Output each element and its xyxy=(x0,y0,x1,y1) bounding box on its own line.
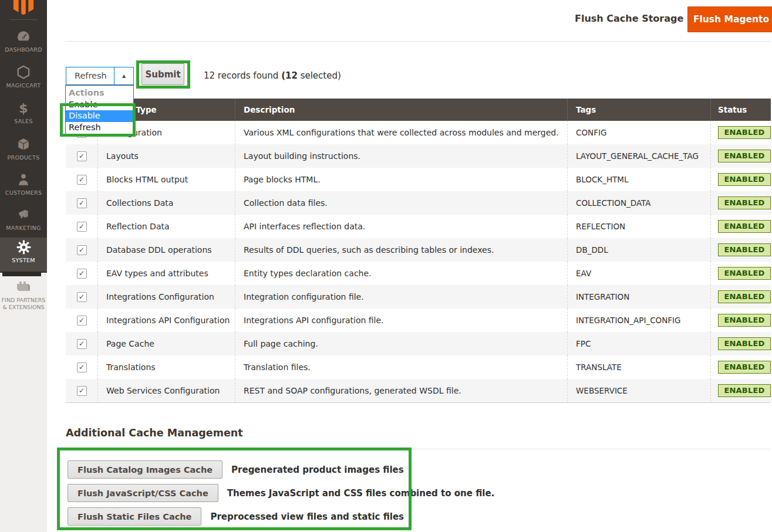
records-count-text: 12 records found (12 selected) xyxy=(204,70,341,81)
row-checkbox[interactable]: ✓ xyxy=(77,386,87,396)
tags-cell: REFLECTION xyxy=(576,222,625,231)
cache-type-cell: Reflection Data xyxy=(106,222,170,231)
additional-cache-title: Additional Cache Management xyxy=(66,427,243,439)
cache-type-cell: EAV types and attributes xyxy=(106,269,208,278)
status-badge: ENABLED xyxy=(718,243,771,256)
description-cell: Page blocks HTML. xyxy=(244,175,321,184)
sidebar-item-find-partners[interactable]: FIND PARTNERS& EXTENSIONS xyxy=(0,276,47,311)
sidebar-item-products[interactable]: PRODUCTS xyxy=(0,135,47,169)
sidebar-lower-area xyxy=(0,273,47,532)
lego-brick-icon xyxy=(0,279,47,294)
sidebar-item-dashboard[interactable]: DASHBOARD xyxy=(0,27,47,61)
description-cell: Collection data files. xyxy=(244,198,328,208)
cache-management-page: DASHBOARD MAGICCART $ SALES PRODUCTS CUS… xyxy=(0,0,772,532)
row-checkbox[interactable]: ✓ xyxy=(77,175,87,185)
row-checkbox[interactable]: ✓ xyxy=(77,245,87,255)
dropdown-group-label: Actions xyxy=(66,87,133,99)
row-checkbox[interactable]: ✓ xyxy=(77,269,87,279)
flush-static-files-button[interactable]: Flush Static Files Cache xyxy=(68,507,201,526)
flush-catalog-images-row: Flush Catalog Images Cache Pregenerated … xyxy=(68,460,404,479)
hexagon-icon xyxy=(0,65,47,81)
dropdown-option-enable[interactable]: Enable xyxy=(66,99,133,111)
status-badge: ENABLED xyxy=(718,314,771,327)
table-row: ✓ Web Services Configuration REST and SO… xyxy=(66,379,771,402)
sidebar-item-sales[interactable]: $ SALES xyxy=(0,99,47,133)
description-cell: Various XML configurations that were col… xyxy=(244,128,559,137)
sidebar-item-label: MARKETING xyxy=(0,225,47,231)
cache-type-cell: Layouts xyxy=(106,151,139,161)
flush-static-files-row: Flush Static Files Cache Preprocessed vi… xyxy=(68,507,404,526)
column-header-status: Status xyxy=(710,99,771,121)
flush-catalog-images-button[interactable]: Flush Catalog Images Cache xyxy=(68,460,223,479)
cache-table-body: ✓ Configuration Various XML configuratio… xyxy=(66,121,771,402)
flush-magento-cache-button[interactable]: Flush Magento Cache xyxy=(687,6,772,32)
tags-cell: EAV xyxy=(576,269,591,278)
row-checkbox[interactable]: ✓ xyxy=(77,362,87,372)
page-header: Flush Cache Storage Flush Magento Cache xyxy=(47,0,772,41)
sidebar-item-magiccart[interactable]: MAGICCART xyxy=(0,63,47,97)
description-cell: Translation files. xyxy=(244,362,311,372)
tags-cell: BLOCK_HTML xyxy=(576,175,629,184)
sidebar-item-label: SYSTEM xyxy=(0,257,47,263)
magento-logo-icon[interactable] xyxy=(12,0,35,15)
cache-type-cell: Integrations API Configuration xyxy=(106,316,230,325)
table-row: ✓ Reflection Data API interfaces reflect… xyxy=(66,215,771,238)
submit-button[interactable]: Submit xyxy=(141,63,184,85)
cache-type-cell: Blocks HTML output xyxy=(106,175,188,184)
selected-count: (12 xyxy=(281,70,298,81)
table-row: ✓ Layouts Layout building instructions. … xyxy=(66,144,771,168)
status-badge: ENABLED xyxy=(718,337,771,350)
status-badge: ENABLED xyxy=(718,126,771,139)
flush-javascript-css-button[interactable]: Flush JavaScript/CSS Cache xyxy=(68,484,218,502)
cache-type-cell: Collections Data xyxy=(106,198,173,208)
cache-type-cell: Page Cache xyxy=(106,339,154,348)
dollar-icon: $ xyxy=(0,100,47,117)
description-cell: Integration configuration file. xyxy=(244,292,364,301)
dropdown-option-disable[interactable]: Disable xyxy=(66,110,133,122)
row-checkbox[interactable]: ✓ xyxy=(77,292,87,302)
tags-cell: WEBSERVICE xyxy=(576,386,628,395)
cache-type-cell: Database DDL operations xyxy=(106,245,212,255)
row-checkbox[interactable]: ✓ xyxy=(77,339,87,349)
table-row: ✓ Collections Data Collection data files… xyxy=(66,191,771,215)
cache-type-cell: Translations xyxy=(106,362,156,372)
sidebar-item-label: DASHBOARD xyxy=(0,46,47,53)
table-row: ✓ Integrations Configuration Integration… xyxy=(66,285,771,309)
cache-grid: Cache Type Description Tags Status ✓ Con… xyxy=(66,99,771,403)
description-cell: API interfaces reflection data. xyxy=(244,222,365,231)
sidebar-divider xyxy=(10,19,37,20)
table-row: ✓ Database DDL operations Results of DDL… xyxy=(66,238,771,262)
description-cell: Full page caching. xyxy=(244,339,318,348)
tags-cell: INTEGRATION_API_CONFIG xyxy=(576,316,681,325)
sidebar-item-marketing[interactable]: MARKETING xyxy=(0,205,47,239)
table-row: ✓ Translations Translation files. TRANSL… xyxy=(66,355,771,379)
flush-js-css-row: Flush JavaScript/CSS Cache Themes JavaSc… xyxy=(68,484,494,502)
tags-cell: TRANSLATE xyxy=(576,362,622,372)
column-header-description: Description xyxy=(235,99,567,121)
grid-bottom-border xyxy=(66,402,771,403)
status-badge: ENABLED xyxy=(718,173,771,186)
status-badge: ENABLED xyxy=(718,220,771,233)
row-checkbox[interactable]: ✓ xyxy=(77,151,87,161)
tags-cell: FPC xyxy=(576,339,591,348)
table-row: ✓ Configuration Various XML configuratio… xyxy=(66,121,771,144)
chevron-up-icon[interactable]: ▲ xyxy=(114,67,133,84)
table-row: ✓ Integrations API Configuration Integra… xyxy=(66,309,771,332)
sidebar-item-customers[interactable]: CUSTOMERS xyxy=(0,170,47,204)
sidebar-item-system[interactable]: SYSTEM xyxy=(0,238,47,272)
cache-type-cell: Integrations Configuration xyxy=(106,292,214,301)
cache-grid-header: Cache Type Description Tags Status xyxy=(66,99,771,121)
status-badge: ENABLED xyxy=(718,361,771,374)
sidebar-item-label: MAGICCART xyxy=(0,82,47,89)
row-checkbox[interactable]: ✓ xyxy=(77,198,87,208)
row-checkbox[interactable]: ✓ xyxy=(77,316,87,326)
dropdown-option-refresh[interactable]: Refresh xyxy=(66,122,133,134)
table-row: ✓ Page Cache Full page caching. FPC ENAB… xyxy=(66,332,771,355)
row-checkbox[interactable]: ✓ xyxy=(77,222,87,232)
description-cell: Layout building instructions. xyxy=(244,151,360,161)
mass-action-select[interactable]: Refresh ▲ xyxy=(66,67,134,85)
description-cell: Results of DDL queries, such as describi… xyxy=(244,245,494,255)
flush-cache-storage-button[interactable]: Flush Cache Storage xyxy=(575,13,683,24)
status-badge: ENABLED xyxy=(718,267,771,280)
megaphone-icon xyxy=(0,207,47,223)
